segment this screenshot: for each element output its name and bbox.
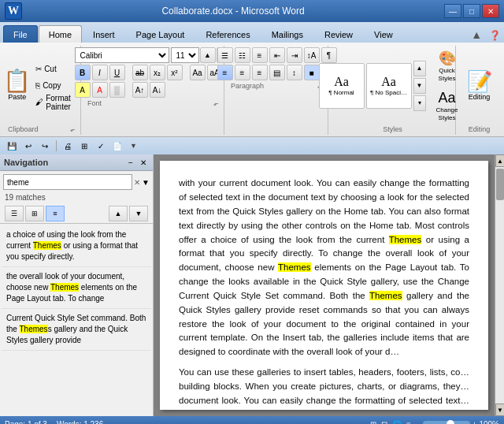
- spell-check-button-qa[interactable]: ✓: [94, 139, 108, 153]
- bullets-button[interactable]: ☰: [217, 47, 233, 63]
- view-web-icon[interactable]: 🌐: [392, 420, 402, 424]
- document-area: with your current document look. You can…: [154, 154, 495, 416]
- minimize-button[interactable]: —: [444, 4, 461, 18]
- font-dialog-button[interactable]: ⬐: [213, 100, 219, 107]
- sort-button[interactable]: ↕A: [304, 47, 320, 63]
- tab-review[interactable]: Review: [314, 25, 363, 43]
- tab-page-layout[interactable]: Page Layout: [126, 25, 195, 43]
- subscript-button[interactable]: x₂: [150, 65, 165, 80]
- styles-more-button[interactable]: ▾: [413, 95, 426, 111]
- style-no-spacing-item[interactable]: Aa ¶ No Spaci…: [366, 63, 412, 109]
- document-page[interactable]: with your current document look. You can…: [160, 161, 488, 410]
- document-scrollbar[interactable]: ▲ ▼: [495, 154, 504, 416]
- ribbon: 📋 Paste ✂ Cut ⎘ Copy 🖌 Format Painter Cl…: [0, 43, 504, 137]
- tab-home[interactable]: Home: [39, 25, 82, 43]
- redo-button-qa[interactable]: ↪: [38, 139, 52, 153]
- scrollbar-down-button[interactable]: ▼: [495, 404, 504, 416]
- clear-format-button[interactable]: Aa: [190, 65, 206, 80]
- zoom-control: − + 100%: [416, 420, 499, 424]
- title-bar: W Collaborate.docx - Microsoft Word — □ …: [0, 0, 504, 22]
- scrollbar-thumb[interactable]: [496, 169, 504, 200]
- decrease-indent-button[interactable]: ⇤: [269, 47, 285, 63]
- quick-print-button[interactable]: 🖨: [61, 139, 75, 153]
- zoom-thumb[interactable]: [447, 420, 454, 424]
- view-normal-icon[interactable]: ⊞: [370, 420, 376, 424]
- shading-para-button[interactable]: ■: [304, 65, 320, 80]
- save-button-qa[interactable]: 💾: [5, 139, 19, 153]
- clipboard-dialog-button[interactable]: ⬐: [70, 126, 76, 133]
- zoom-max-button[interactable]: +: [472, 420, 477, 424]
- nav-view-pages-button[interactable]: ⊞: [25, 206, 44, 221]
- font-family-select[interactable]: Calibri: [75, 47, 169, 63]
- nav-minimize-button[interactable]: −: [125, 157, 136, 168]
- help-icon[interactable]: ❓: [486, 28, 504, 43]
- tab-file[interactable]: File: [3, 25, 38, 43]
- text-highlight-button[interactable]: A: [75, 82, 91, 98]
- tab-references[interactable]: References: [195, 25, 260, 43]
- underline-button[interactable]: U: [109, 65, 125, 80]
- nav-prev-button[interactable]: ▲: [109, 206, 128, 221]
- style-normal-label: ¶ Normal: [328, 89, 354, 96]
- grow-font-button[interactable]: A↑: [132, 82, 148, 98]
- font-size-decrease-button[interactable]: ▲: [200, 47, 216, 63]
- track-changes-button[interactable]: 📄: [110, 139, 124, 153]
- undo-button-qa[interactable]: ↩: [21, 139, 35, 153]
- navigation-search-input[interactable]: [3, 174, 132, 190]
- editing-group-label: Editing: [469, 125, 491, 133]
- multilevel-list-button[interactable]: ≡: [252, 47, 268, 63]
- page-info: Page: 1 of 3: [5, 420, 47, 424]
- scrollbar-track[interactable]: [495, 167, 504, 404]
- nav-result-item[interactable]: a choice of using the look from the curr…: [2, 225, 151, 267]
- maximize-button[interactable]: □: [463, 4, 480, 18]
- zoom-min-button[interactable]: −: [416, 420, 421, 424]
- ribbon-minimize-icon[interactable]: ▲: [468, 27, 485, 43]
- search-options-button[interactable]: ▼: [142, 178, 150, 187]
- font-area: Calibri 11 ▲ ▼ B I U ab x₂ x² A: [75, 47, 232, 98]
- increase-indent-button[interactable]: ⇥: [287, 47, 302, 63]
- editing-button[interactable]: 📝 Editing: [462, 69, 497, 103]
- qa-dropdown-arrow[interactable]: ▼: [130, 142, 137, 150]
- nav-next-button[interactable]: ▼: [129, 206, 148, 221]
- styles-up-button[interactable]: ▲: [413, 61, 426, 76]
- nav-close-button[interactable]: ✕: [138, 157, 149, 168]
- italic-button[interactable]: I: [92, 65, 108, 80]
- editing-icon: 📝: [467, 71, 492, 91]
- strikethrough-button[interactable]: ab: [132, 65, 148, 80]
- superscript-button[interactable]: x²: [167, 65, 183, 80]
- font-row-1: Calibri 11 ▲ ▼: [75, 47, 232, 63]
- nav-view-results-button[interactable]: ≡: [46, 206, 65, 221]
- nav-view-headings-button[interactable]: ☰: [5, 206, 24, 221]
- view-fullscreen-icon[interactable]: ⊟: [381, 420, 387, 424]
- line-spacing-button[interactable]: ↕: [287, 65, 302, 80]
- styles-down-button[interactable]: ▼: [413, 78, 426, 94]
- view-outline-icon[interactable]: ≡: [406, 420, 411, 424]
- status-right: ⊞ ⊟ 🌐 ≡ − + 100%: [370, 420, 499, 424]
- search-clear-button[interactable]: ✕: [134, 178, 140, 187]
- numbering-button[interactable]: ☷: [235, 47, 250, 63]
- close-button[interactable]: ✕: [482, 4, 499, 18]
- nav-result-item[interactable]: Current Quick Style Set command. Both th…: [2, 309, 151, 351]
- editing-area: 📝 Editing: [462, 47, 497, 124]
- align-center-button[interactable]: ≡: [235, 65, 250, 80]
- font-size-select[interactable]: 11: [171, 47, 199, 63]
- scrollbar-up-button[interactable]: ▲: [495, 154, 504, 167]
- shrink-font-button[interactable]: A↓: [150, 82, 165, 98]
- tab-mailings[interactable]: Mailings: [261, 25, 313, 43]
- document-text: with your current document look. You can…: [179, 177, 469, 410]
- tab-insert[interactable]: Insert: [83, 25, 125, 43]
- paste-button[interactable]: 📋 Paste: [2, 68, 32, 103]
- navigation-results: a choice of using the look from the curr…: [0, 224, 153, 416]
- justify-button[interactable]: ▤: [269, 65, 285, 80]
- quick-print2-button[interactable]: ⊞: [77, 139, 91, 153]
- shading-button[interactable]: ░: [109, 82, 125, 98]
- align-right-button[interactable]: ≡: [252, 65, 268, 80]
- zoom-slider[interactable]: [423, 421, 470, 424]
- style-normal-item[interactable]: Aa ¶ Normal: [319, 63, 365, 109]
- text-color-button[interactable]: A: [92, 82, 108, 98]
- align-left-button[interactable]: ≡: [217, 65, 233, 80]
- quick-styles-label: QuickStyles: [439, 67, 456, 82]
- nav-result-item[interactable]: the overall look of your document, choos…: [2, 267, 151, 309]
- styles-content: Aa ¶ Normal Aa ¶ No Spaci… ▲ ▼ ▾ 🎨 Quick…: [319, 47, 467, 124]
- tab-view[interactable]: View: [364, 25, 403, 43]
- bold-button[interactable]: B: [75, 65, 91, 80]
